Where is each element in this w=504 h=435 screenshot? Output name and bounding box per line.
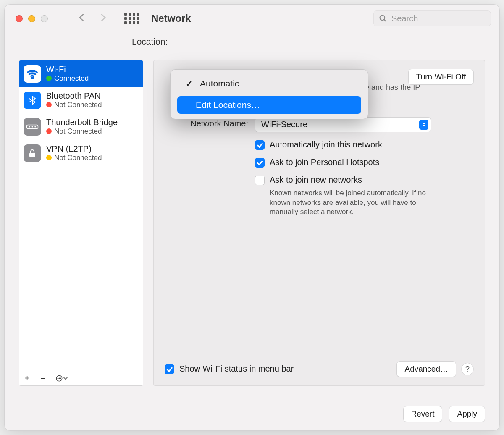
service-name: Thunderbolt Bridge (46, 118, 118, 127)
advanced-button[interactable]: Advanced… (396, 361, 456, 377)
service-status: Not Connected (54, 101, 102, 109)
location-menu: Automatic Edit Locations… (170, 69, 368, 119)
location-item-automatic[interactable]: Automatic (177, 75, 361, 92)
checkbox-label: Show Wi-Fi status in menu bar (179, 364, 294, 374)
svg-line-1 (384, 20, 386, 21)
show-all-button[interactable] (124, 13, 139, 24)
network-preferences-window: Network Search Location: Wi-Fi Connected (4, 4, 500, 431)
location-item-edit[interactable]: Edit Locations… (177, 96, 361, 114)
remove-service-button[interactable]: − (35, 371, 51, 386)
checkbox-show-menubar[interactable] (165, 364, 174, 374)
ask-new-checkbox-row[interactable]: Ask to join new networks (255, 175, 474, 185)
service-bluetooth-pan[interactable]: Bluetooth PAN Not Connected (19, 87, 143, 113)
svg-point-4 (29, 126, 30, 127)
service-actions-menu[interactable] (51, 371, 72, 385)
svg-point-6 (34, 126, 36, 127)
show-menubar-checkbox-row[interactable]: Show Wi-Fi status in menu bar (165, 364, 294, 374)
forward-button[interactable] (98, 12, 108, 25)
help-button[interactable]: ? (461, 363, 474, 375)
svg-point-9 (58, 378, 58, 379)
checkbox-auto-join[interactable] (255, 140, 265, 150)
checkbox-ask-new[interactable] (255, 176, 265, 185)
checkbox-label: Ask to join Personal Hotspots (270, 157, 379, 167)
svg-point-2 (32, 77, 33, 78)
location-label: Location: (5, 37, 499, 47)
revert-button[interactable]: Revert (403, 406, 443, 422)
checkbox-label: Ask to join new networks (270, 175, 362, 185)
service-name: Wi-Fi (46, 65, 89, 74)
svg-point-11 (60, 378, 61, 379)
bluetooth-icon (24, 92, 41, 109)
auto-join-checkbox-row[interactable]: Automatically join this network (255, 140, 474, 150)
apply-button[interactable]: Apply (449, 406, 485, 422)
status-dot-icon (46, 102, 52, 107)
ask-new-note: Known networks will be joined automatica… (270, 189, 438, 218)
service-wifi[interactable]: Wi-Fi Connected (19, 60, 143, 87)
svg-rect-7 (29, 153, 35, 157)
search-placeholder: Search (391, 14, 418, 24)
service-name: VPN (L2TP) (46, 144, 102, 154)
sidebar-footer: + − (19, 371, 143, 385)
service-status: Not Connected (54, 154, 102, 162)
checkbox-label: Automatically join this network (270, 140, 382, 149)
minimize-window-button[interactable] (28, 15, 35, 22)
service-name: Bluetooth PAN (46, 91, 102, 101)
service-thunderbolt-bridge[interactable]: Thunderbolt Bridge Not Connected (19, 113, 143, 140)
status-dot-icon (46, 76, 52, 81)
wifi-icon (24, 65, 41, 83)
window-controls (16, 15, 48, 22)
service-status: Connected (54, 74, 89, 83)
chevron-updown-icon (419, 120, 428, 130)
network-name-value: WiFi-Secure (261, 120, 307, 129)
services-sidebar: Wi-Fi Connected Bluetooth PAN Not Connec… (19, 60, 143, 386)
status-dot-icon (46, 128, 52, 134)
thunderbolt-bridge-icon (24, 118, 41, 136)
lock-icon (24, 144, 41, 162)
menu-separator (182, 94, 356, 94)
svg-point-5 (32, 126, 33, 127)
checkbox-ask-hotspots[interactable] (255, 158, 265, 168)
zoom-window-button[interactable] (41, 15, 48, 22)
status-dot-icon (46, 155, 52, 160)
turn-wifi-off-button[interactable]: Turn Wi-Fi Off (408, 69, 474, 85)
close-window-button[interactable] (16, 15, 23, 22)
service-vpn[interactable]: VPN (L2TP) Not Connected (19, 140, 143, 166)
titlebar: Network Search (5, 5, 499, 32)
back-button[interactable] (77, 12, 87, 25)
svg-point-0 (380, 16, 385, 21)
service-status: Not Connected (54, 127, 102, 136)
svg-point-10 (59, 378, 60, 379)
ask-hotspots-checkbox-row[interactable]: Ask to join Personal Hotspots (255, 157, 474, 168)
search-field[interactable]: Search (373, 10, 491, 26)
window-title: Network (151, 13, 191, 24)
add-service-button[interactable]: + (19, 371, 35, 386)
